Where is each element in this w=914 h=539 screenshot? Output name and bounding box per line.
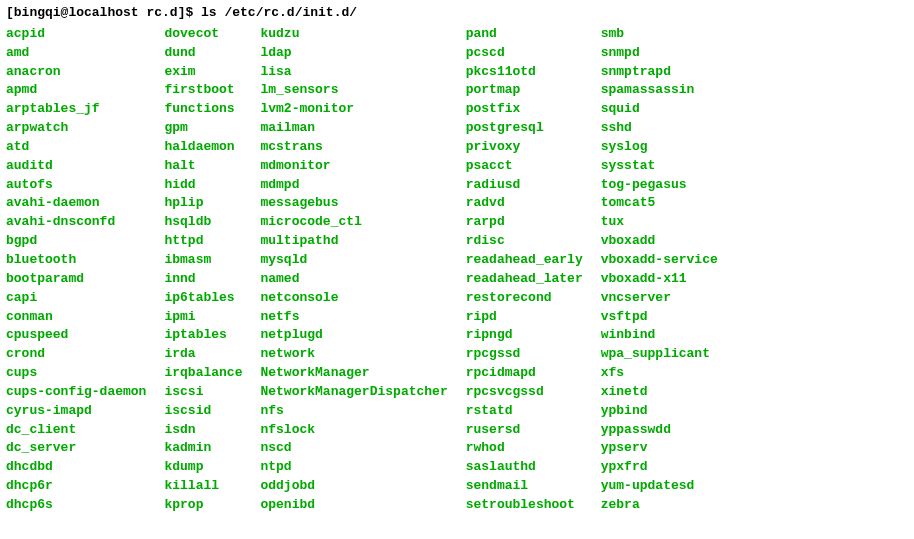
file-entry: amd [6,44,146,63]
file-entry: hplip [164,194,242,213]
file-entry: nfslock [260,421,447,440]
file-entry: anacron [6,63,146,82]
file-entry: functions [164,100,242,119]
file-entry: tomcat5 [601,194,718,213]
file-entry: netconsole [260,289,447,308]
file-entry: tog-pegasus [601,176,718,195]
file-entry: snmptrapd [601,63,718,82]
file-entry: psacct [466,157,583,176]
file-entry: radiusd [466,176,583,195]
file-entry: iscsi [164,383,242,402]
file-entry: sendmail [466,477,583,496]
file-entry: dhcp6r [6,477,146,496]
file-entry: dund [164,44,242,63]
file-entry: capi [6,289,146,308]
file-entry: hidd [164,176,242,195]
file-entry: radvd [466,194,583,213]
file-entry: kdump [164,458,242,477]
file-entry: exim [164,63,242,82]
file-entry: ibmasm [164,251,242,270]
file-entry: arpwatch [6,119,146,138]
file-entry: irqbalance [164,364,242,383]
file-entry: cups [6,364,146,383]
file-entry: mysqld [260,251,447,270]
file-entry: lvm2-monitor [260,100,447,119]
terminal-output: [bingqi@localhost rc.d]$ ls /etc/rc.d/in… [0,0,914,519]
file-entry: avahi-dnsconfd [6,213,146,232]
listing-col-2: kudzuldaplisalm_sensorslvm2-monitormailm… [260,25,447,515]
listing-col-1: dovecotdundeximfirstbootfunctionsgpmhald… [164,25,242,515]
file-entry: NetworkManagerDispatcher [260,383,447,402]
file-entry: cyrus-imapd [6,402,146,421]
file-entry: xfs [601,364,718,383]
file-entry: readahead_later [466,270,583,289]
file-entry: zebra [601,496,718,515]
file-entry: named [260,270,447,289]
file-entry: dhcp6s [6,496,146,515]
file-entry: xinetd [601,383,718,402]
file-entry: ipmi [164,308,242,327]
listing-col-3: pandpcscdpkcs11otdportmappostfixpostgres… [466,25,583,515]
file-entry: cpuspeed [6,326,146,345]
file-entry: rwhod [466,439,583,458]
file-entry: bgpd [6,232,146,251]
file-entry: iptables [164,326,242,345]
shell-prompt: [bingqi@localhost rc.d]$ [6,5,201,20]
file-entry: killall [164,477,242,496]
prompt-line: [bingqi@localhost rc.d]$ ls /etc/rc.d/in… [6,4,908,23]
file-entry: bootparamd [6,270,146,289]
file-entry: network [260,345,447,364]
file-entry: spamassassin [601,81,718,100]
file-entry: winbind [601,326,718,345]
file-entry: dc_client [6,421,146,440]
file-entry: vboxadd-service [601,251,718,270]
file-entry: smb [601,25,718,44]
file-entry: dhcdbd [6,458,146,477]
listing-col-4: smbsnmpdsnmptrapdspamassassinsquidsshdsy… [601,25,718,515]
file-entry: acpid [6,25,146,44]
file-entry: messagebus [260,194,447,213]
file-entry: dovecot [164,25,242,44]
file-entry: readahead_early [466,251,583,270]
file-entry: conman [6,308,146,327]
file-entry: pcscd [466,44,583,63]
file-entry: apmd [6,81,146,100]
file-entry: avahi-daemon [6,194,146,213]
file-entry: oddjobd [260,477,447,496]
file-entry: pkcs11otd [466,63,583,82]
file-entry: restorecond [466,289,583,308]
file-entry: setroubleshoot [466,496,583,515]
file-entry: vncserver [601,289,718,308]
file-entry: gpm [164,119,242,138]
file-entry: postfix [466,100,583,119]
file-entry: rpcsvcgssd [466,383,583,402]
file-entry: ypbind [601,402,718,421]
file-entry: lisa [260,63,447,82]
file-entry: mdmonitor [260,157,447,176]
file-entry: privoxy [466,138,583,157]
file-entry: autofs [6,176,146,195]
file-entry: kprop [164,496,242,515]
file-entry: firstboot [164,81,242,100]
file-entry: openibd [260,496,447,515]
file-listing: acpidamdanacronapmdarptables_jfarpwatcha… [6,25,908,515]
file-entry: mdmpd [260,176,447,195]
file-entry: crond [6,345,146,364]
file-entry: rpcgssd [466,345,583,364]
file-entry: dc_server [6,439,146,458]
file-entry: multipathd [260,232,447,251]
file-entry: kudzu [260,25,447,44]
file-entry: lm_sensors [260,81,447,100]
file-entry: squid [601,100,718,119]
file-entry: ypserv [601,439,718,458]
file-entry: iscsid [164,402,242,421]
file-entry: yum-updatesd [601,477,718,496]
file-entry: wpa_supplicant [601,345,718,364]
file-entry: auditd [6,157,146,176]
file-entry: netfs [260,308,447,327]
file-entry: sshd [601,119,718,138]
file-entry: rpcidmapd [466,364,583,383]
file-entry: httpd [164,232,242,251]
file-entry: syslog [601,138,718,157]
file-entry: vboxadd [601,232,718,251]
